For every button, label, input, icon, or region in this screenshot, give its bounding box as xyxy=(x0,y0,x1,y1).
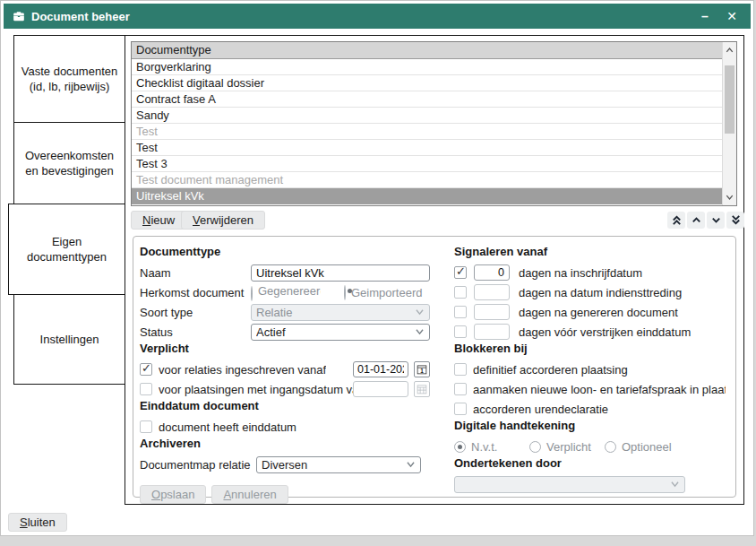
documenttype-column-header[interactable]: Documenttype xyxy=(132,42,722,59)
section-verplicht: Verplicht xyxy=(140,342,430,360)
radio-gegenereerd[interactable]: Gegenereerd xyxy=(251,284,344,300)
list-item[interactable]: Sandy xyxy=(132,108,722,124)
chevron-down-icon xyxy=(406,461,416,468)
relaties-vanaf-date-input[interactable] xyxy=(353,361,408,377)
close-button[interactable]: ✕ xyxy=(722,9,742,23)
reorder-buttons xyxy=(667,212,744,229)
naam-input[interactable] xyxy=(251,264,430,282)
calendar-icon[interactable]: 1 xyxy=(414,361,430,377)
radio-optioneel[interactable]: Optioneel xyxy=(605,440,672,454)
indiensttreding-checkbox[interactable] xyxy=(454,286,467,299)
nieuw-button[interactable]: Nieuw xyxy=(131,211,186,230)
loon-tariefafspraak-checkbox[interactable] xyxy=(454,383,467,395)
section-handtekening: Digitale handtekening xyxy=(454,419,731,437)
section-blokkeren: Blokkeren bij xyxy=(454,342,731,360)
radio-icon xyxy=(529,441,541,453)
list-item[interactable]: Contract fase A xyxy=(132,91,722,108)
move-down-icon[interactable] xyxy=(707,212,725,229)
status-select[interactable]: Actief xyxy=(251,324,430,341)
list-item[interactable]: Test xyxy=(132,140,722,156)
indiensttreding-days-input[interactable] xyxy=(474,284,510,300)
plaatsingen-vanaf-date-input[interactable] xyxy=(353,381,408,397)
documenttype-form: Documenttype Naam Herkomst document Gege… xyxy=(133,236,736,498)
section-archiveren: Archiveren xyxy=(140,437,430,455)
opslaan-button[interactable]: Opslaan xyxy=(140,485,206,504)
tab-vaste-documenten[interactable]: Vaste documenten (id, lb, rijbewijs) xyxy=(13,35,125,123)
documentmap-select[interactable]: Diversen xyxy=(256,456,421,473)
chevron-down-icon xyxy=(415,308,425,316)
naam-label: Naam xyxy=(140,266,251,280)
list-item[interactable]: Test document management xyxy=(132,172,722,188)
radio-icon xyxy=(251,286,253,301)
urendeclaratie-checkbox[interactable] xyxy=(454,403,467,415)
list-item[interactable]: Checklist digitaal dossier xyxy=(132,75,722,91)
scroll-up-icon[interactable] xyxy=(723,43,736,57)
genereren-days-input[interactable] xyxy=(474,304,510,320)
relaties-vanaf-label: voor relaties ingeschreven vanaf xyxy=(159,363,326,377)
minimize-button[interactable]: – xyxy=(695,9,715,23)
urendeclaratie-label: accorderen urendeclaratie xyxy=(473,403,608,416)
einddatum-signaal-checkbox[interactable] xyxy=(454,325,467,338)
list-item[interactable]: Borgverklaring xyxy=(132,59,722,75)
status-label: Status xyxy=(140,325,251,339)
radio-geimporteerd[interactable]: Geimporteerd xyxy=(344,286,422,299)
scrollbar-thumb[interactable] xyxy=(725,65,735,134)
radio-nvt[interactable]: N.v.t. xyxy=(454,440,529,454)
inschrijfdatum-checkbox[interactable] xyxy=(454,266,467,279)
section-einddatum: Einddatum document xyxy=(140,399,430,417)
move-last-icon[interactable] xyxy=(726,212,744,229)
documenttype-list: Documenttype Borgverklaring Checklist di… xyxy=(131,41,737,206)
scroll-down-icon[interactable] xyxy=(723,190,736,204)
briefcase-icon xyxy=(13,10,25,22)
soort-type-select[interactable]: Relatie xyxy=(251,304,430,321)
inschrijfdatum-days-input[interactable] xyxy=(474,264,510,281)
titlebar: Document beheer – ✕ xyxy=(4,4,751,29)
einddatum-label: document heeft einddatum xyxy=(159,420,296,434)
radio-selected-icon xyxy=(454,441,466,453)
document-beheer-window: Document beheer – ✕ Vaste documenten (id… xyxy=(0,0,754,536)
tab-instellingen[interactable]: Instellingen xyxy=(13,294,125,385)
annuleren-button[interactable]: Annuleren xyxy=(211,485,288,504)
genereren-checkbox[interactable] xyxy=(454,306,467,318)
verwijderen-button[interactable]: Verwijderen xyxy=(181,211,265,230)
list-item[interactable]: Test 3 xyxy=(132,156,722,172)
documentmap-label: Documentmap relatie xyxy=(140,458,256,472)
loon-tariefafspraak-label: aanmaken nieuwe loon- en tariefafspraak … xyxy=(473,383,726,396)
calendar-icon[interactable] xyxy=(414,381,430,397)
section-signaleren: Signaleren vanaf xyxy=(454,245,731,263)
soort-type-label: Soort type xyxy=(140,306,251,319)
chevron-down-icon xyxy=(415,328,425,335)
svg-text:1: 1 xyxy=(420,368,424,374)
herkomst-label: Herkomst document xyxy=(140,286,251,299)
chevron-down-icon xyxy=(670,481,680,488)
indiensttreding-label: dagen na datum indiensttreding xyxy=(519,286,682,299)
radio-icon xyxy=(605,441,616,453)
plaatsingen-vanaf-label: voor plaatsingen met ingangsdatum vanaf xyxy=(159,383,353,396)
accorderen-plaatsing-checkbox[interactable] xyxy=(454,363,467,376)
verstrijken-label: dagen na genereren document xyxy=(519,306,678,319)
tab-overeenkomsten[interactable]: Overeenkomsten en bevestigingen xyxy=(13,122,125,204)
move-first-icon[interactable] xyxy=(667,212,685,229)
move-up-icon[interactable] xyxy=(687,212,705,229)
plaatsingen-vanaf-checkbox[interactable] xyxy=(140,383,152,395)
list-item-selected[interactable]: Uitreksel kVk xyxy=(132,188,722,204)
radio-selected-icon xyxy=(344,285,346,300)
radio-verplicht[interactable]: Verplicht xyxy=(529,440,605,454)
einddatum-checkbox[interactable] xyxy=(140,420,152,433)
tab-eigen-documenttypen[interactable]: Eigen documenttypen xyxy=(8,204,125,295)
relaties-vanaf-checkbox[interactable] xyxy=(140,363,152,376)
accorderen-plaatsing-label: definitief accorderen plaatsing xyxy=(473,363,628,377)
einddatum-signaal-label: dagen vóór verstrijken einddatum xyxy=(519,325,691,339)
window-title: Document beheer xyxy=(31,10,688,23)
list-scrollbar[interactable] xyxy=(722,42,736,205)
section-documenttype: Documenttype xyxy=(140,245,430,263)
ondertekenen-select[interactable] xyxy=(454,476,685,493)
sluiten-button[interactable]: Sluiten xyxy=(8,513,67,532)
einddatum-signaal-days-input[interactable] xyxy=(474,324,510,340)
inschrijfdatum-label: dagen na inschrijfdatum xyxy=(519,266,642,280)
section-ondertekenen: Ondertekenen door xyxy=(454,456,731,474)
list-item[interactable]: Test xyxy=(132,124,722,140)
